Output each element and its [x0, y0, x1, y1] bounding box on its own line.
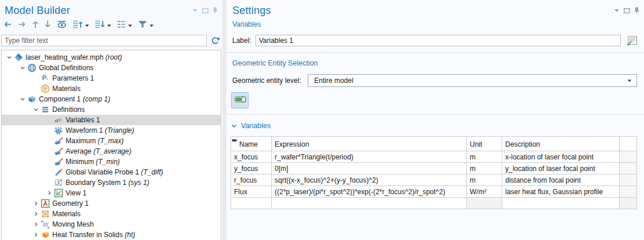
tree-item-maximum[interactable]: Maximum (T_max): [2, 136, 221, 146]
list-down-button[interactable]: [93, 20, 113, 31]
tree-item-label: Boundary System 1 (sys 1): [66, 179, 149, 187]
tree-item-variables-1[interactable]: a=Variables 1: [2, 115, 221, 125]
settings-title: Settings: [232, 5, 271, 17]
tree-item-global-definitions[interactable]: Global Definitions: [2, 63, 221, 73]
cell-unit[interactable]: [467, 198, 502, 209]
collapse-section-icon[interactable]: [231, 121, 237, 131]
chevron-down-icon[interactable]: [614, 8, 620, 13]
column-header-extra: [620, 137, 637, 151]
cell-description[interactable]: [502, 198, 620, 209]
cell-unit[interactable]: m: [467, 151, 502, 163]
chevron-right-icon[interactable]: [32, 222, 40, 227]
refresh-icon[interactable]: [210, 36, 221, 46]
cell-description[interactable]: distance from focal point: [502, 174, 620, 186]
column-header-expression[interactable]: Expression: [272, 137, 467, 151]
arrow-up-button[interactable]: [30, 20, 41, 31]
tree-item-geometry-1[interactable]: Geometry 1: [2, 198, 221, 209]
active-selection-toggle-button[interactable]: [231, 92, 249, 108]
tree-item-label: Geometry 1: [52, 199, 89, 208]
tree-item-parameters-1[interactable]: PiParameters 1: [2, 73, 221, 83]
cell-expression[interactable]: 0[m]: [272, 163, 467, 174]
column-header-unit[interactable]: Unit: [467, 137, 502, 151]
globe-icon: [27, 63, 37, 72]
cell-expression[interactable]: r_wafer*Triangle(t/period): [272, 151, 467, 163]
component-cube-icon: [27, 94, 37, 104]
chevron-down-icon[interactable]: [19, 97, 27, 101]
list-up-button[interactable]: [71, 20, 91, 31]
chevron-right-icon[interactable]: [32, 201, 40, 206]
tree-item-component-1[interactable]: Component 1 (comp 1): [2, 94, 221, 104]
edit-label-icon[interactable]: [626, 35, 638, 46]
variable-row-flux[interactable]: Flux((2*p_laser)/(pi*r_spot^2))*exp(-(2*…: [231, 186, 637, 198]
cell-description[interactable]: x-location of laser focal point: [502, 151, 620, 163]
cell-description[interactable]: y_location of laser focal point: [502, 163, 620, 174]
chevron-down-icon[interactable]: [149, 23, 154, 28]
variables-table: ▶▶NameExpressionUnitDescription x_focusr…: [231, 136, 637, 209]
materials-grid-icon: [40, 209, 50, 219]
tree-item-view-1[interactable]: View 1: [2, 188, 221, 198]
list-plain-icon: [117, 20, 126, 31]
chevron-down-icon[interactable]: [85, 23, 89, 28]
cell-name[interactable]: [231, 198, 272, 209]
chevron-down-icon[interactable]: [32, 107, 40, 112]
geometric-entity-level-select[interactable]: Entire model: [308, 74, 637, 87]
tree-item-label: Global Variable Probe 1 (T_diff): [66, 168, 163, 176]
model-builder-panel: Model Builder laser_heating_wafer.mph (r…: [0, 0, 222, 240]
tree-item-waveform-1[interactable]: Waveform 1 (Triangle): [2, 125, 221, 136]
filter-funnel-button[interactable]: [136, 20, 156, 31]
variable-row-r-focus[interactable]: r_focussqrt((x-x_focus)^2+(y-y_focus)^2)…: [231, 174, 637, 186]
tree-item-minimum[interactable]: Minimum (T_min): [2, 157, 221, 167]
variable-row-y-focus[interactable]: y_focus0[m]my_location of laser focal po…: [231, 163, 637, 174]
cell-unit[interactable]: m: [467, 163, 502, 174]
chevron-down-icon[interactable]: [19, 66, 27, 70]
list-plain-button[interactable]: [115, 20, 134, 31]
cell-expression[interactable]: sqrt((x-x_focus)^2+(y-y_focus)^2): [272, 174, 467, 186]
chevron-right-icon[interactable]: [45, 191, 53, 195]
cell-expression[interactable]: ((2*p_laser)/(pi*r_spot^2))*exp(-(2*r_fo…: [272, 186, 467, 198]
chevron-down-icon[interactable]: [5, 55, 13, 60]
pin-icon[interactable]: [634, 7, 639, 14]
column-header-description[interactable]: Description: [502, 137, 620, 151]
tree-item-label: Variables 1: [66, 116, 100, 124]
tree-item-average[interactable]: Average (T_average): [2, 146, 221, 157]
cell-unit[interactable]: m: [467, 174, 502, 186]
pin-icon[interactable]: [213, 7, 218, 14]
tree-item-materials[interactable]: Materials: [2, 83, 221, 94]
filter-input[interactable]: [1, 35, 207, 46]
tree-item-materials[interactable]: Materials: [2, 209, 221, 219]
tree-item-label: Average (T_average): [66, 147, 131, 155]
show-eye-button[interactable]: [55, 20, 69, 31]
column-header-name[interactable]: ▶▶Name: [231, 137, 272, 151]
cell-description[interactable]: laser heat flux, Gaussian profile: [502, 186, 620, 198]
float-window-icon[interactable]: [202, 8, 208, 13]
chevron-down-icon[interactable]: [107, 23, 111, 28]
cell-name[interactable]: x_focus: [231, 151, 272, 163]
cell-unit[interactable]: W/m²: [467, 186, 502, 198]
tree-item-moving-mesh[interactable]: Moving Mesh: [2, 219, 221, 230]
chevron-right-icon[interactable]: [32, 212, 40, 216]
cell-name[interactable]: r_focus: [231, 174, 272, 186]
tree-item-boundary-system-1[interactable]: Boundary System 1 (sys 1): [2, 177, 221, 188]
definitions-icon: [40, 105, 50, 114]
cell-expression[interactable]: [272, 198, 467, 209]
variables-section-header: Variables: [241, 122, 271, 130]
arrow-right-button[interactable]: [16, 20, 28, 31]
cell-name[interactable]: Flux: [231, 186, 272, 198]
filter-funnel-icon: [138, 20, 147, 31]
tree-item-laser-heating-wafer-mph[interactable]: laser_heating_wafer.mph (root): [2, 52, 221, 63]
cell-extra[interactable]: [620, 198, 637, 209]
variable-row-x-focus[interactable]: x_focusr_wafer*Triangle(t/period)mx-loca…: [231, 151, 637, 163]
tree-item-global-variable-probe-1[interactable]: Global Variable Probe 1 (T_diff): [2, 167, 221, 177]
tree-item-definitions[interactable]: Definitions: [2, 104, 221, 115]
label-input[interactable]: [256, 35, 621, 46]
variable-row-empty[interactable]: [231, 198, 637, 209]
arrow-left-button[interactable]: [1, 20, 14, 31]
float-window-icon[interactable]: [624, 8, 630, 13]
arrow-down-button[interactable]: [42, 20, 53, 31]
tree-item-label: Materials: [52, 85, 81, 93]
chevron-right-icon[interactable]: [32, 232, 40, 237]
cell-name[interactable]: y_focus: [231, 163, 272, 174]
chevron-down-icon[interactable]: [192, 8, 198, 13]
chevron-down-icon[interactable]: [128, 23, 132, 28]
tree-item-heat-transfer-in-solids[interactable]: Heat Transfer in Solids (ht): [2, 230, 221, 240]
